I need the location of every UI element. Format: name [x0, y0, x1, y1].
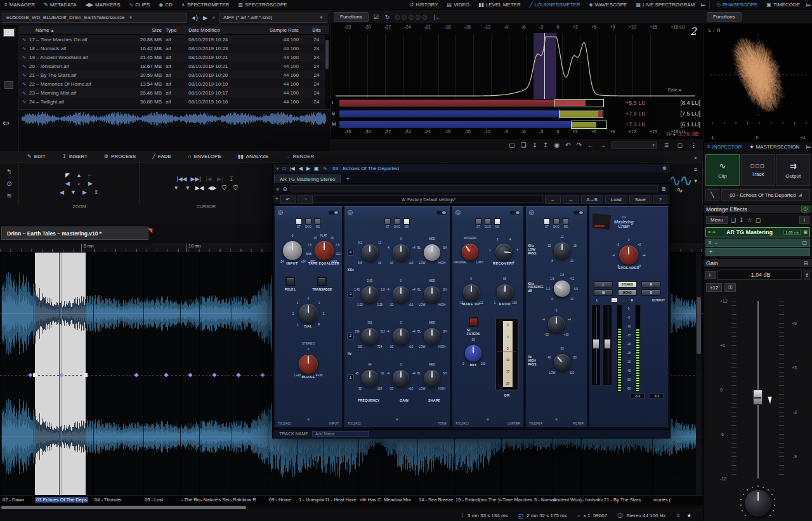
transport-icon[interactable]: →: [599, 142, 606, 148]
band-button[interactable]: 4: [347, 249, 354, 256]
col-name[interactable]: Name ▲: [19, 27, 126, 33]
status-item[interactable]: ◱2 mn 32 s 175 ms: [518, 511, 567, 520]
gain-knob-band-2[interactable]: -10-40+4+10: [386, 317, 416, 355]
menu-item-metadata[interactable]: ✎METADATA: [39, 0, 81, 10]
focus-icon[interactable]: ⊙: [6, 180, 11, 187]
st-duo-ms-switch[interactable]: STDUOMS: [277, 218, 340, 228]
filter-dropdown[interactable]: AIFF (*.aif *.aiff *.snd) ▼: [219, 13, 327, 23]
transport-icon[interactable]: ❏: [521, 142, 527, 148]
close-icon[interactable]: ×: [694, 155, 697, 161]
automation-bar[interactable]: [291, 185, 658, 192]
routing-icon[interactable]: ⫩: [275, 196, 278, 202]
switch-r[interactable]: R: [641, 281, 660, 287]
chevron-down-icon[interactable]: ▾: [694, 178, 697, 184]
menu-item-spectrometer[interactable]: ∧SPECTROMETER: [177, 0, 234, 10]
input-knob[interactable]: INPUT -240+24: [277, 231, 308, 272]
make-up-knob[interactable]: MAKE UP -120+12: [455, 274, 487, 313]
power-icon[interactable]: ⊙: [282, 186, 287, 192]
save-button[interactable]: Save: [629, 195, 652, 204]
menu-item-clips[interactable]: ∿CLIPS: [124, 0, 154, 10]
undo-button[interactable]: ↶: [280, 195, 296, 204]
clip-label[interactable]: Meadow Mor: [384, 497, 411, 503]
menu-item-wavescope[interactable]: ◈WAVESCOPE: [585, 0, 632, 10]
clip-label[interactable]: nth Has C: [360, 497, 381, 503]
file-row[interactable]: ∿ 22 – Memories Of Home.aif 13.54 MB aif…: [19, 79, 329, 88]
help-button[interactable]: ?: [653, 195, 667, 204]
pen-icon[interactable]: ╲: [705, 189, 719, 201]
menu-item-video[interactable]: ▤VIDEO: [443, 0, 474, 10]
search-icon[interactable]: ⌕: [211, 14, 217, 21]
menu-item-phasescope[interactable]: ◇PHASESCOPE: [712, 0, 762, 10]
preset-prev-button[interactable]: ←: [545, 195, 561, 204]
switch-stereo[interactable]: STEREO: [618, 281, 637, 287]
go-to-start-icon[interactable]: |←: [433, 14, 442, 20]
edit-tab-edit[interactable]: ✎EDIT: [19, 151, 54, 162]
path-dropdown[interactable]: es/500GB_WD_BLUE/Cliff_Drinn_EarthTales/…: [3, 13, 187, 23]
titlebar-button[interactable]: ∿: [323, 166, 327, 171]
pan-knob[interactable]: [745, 490, 771, 517]
waveform-overview-strip[interactable]: [19, 109, 330, 128]
menu-item-level-meter[interactable]: ▮▮LEVEL METER: [474, 0, 525, 10]
shape-knob-band-1[interactable]: LOWBLMEDSHHIGH: [417, 359, 447, 397]
titlebar-button[interactable]: ◀: [299, 166, 303, 171]
more-icon[interactable]: ⋮: [690, 142, 698, 148]
col-bits[interactable]: Bits: [304, 27, 329, 33]
col-type[interactable]: Type: [166, 27, 188, 33]
rail-widget-1[interactable]: [3, 29, 15, 37]
limiter-mode-knob[interactable]: ORIGINALMODERNLIMIT: [455, 231, 485, 273]
effects-tool-icon[interactable]: ❏: [731, 217, 736, 223]
st-duo-ms-switch[interactable]: STDUOMS: [346, 218, 448, 228]
gain-stepper[interactable]: ▲▼: [804, 270, 810, 280]
add-effect-button[interactable]: +: [705, 248, 810, 256]
st-duo-ms-switch[interactable]: STDUOMS: [528, 218, 585, 228]
titlebar-button[interactable]: ▣: [314, 166, 319, 171]
source-track-button[interactable]: ◻◻◻Track: [741, 154, 775, 186]
status-item[interactable]: ⌶3 mn 33 s 134 ms: [461, 511, 508, 520]
menu-item-live-spectrogram[interactable]: ▦LIVE SPECTROGRAM: [631, 0, 699, 10]
pole-l-button[interactable]: POLE L: [285, 277, 296, 291]
phase-knob[interactable]: PHASE L+900R+90: [288, 347, 329, 385]
clip-label[interactable]: 03 Echoes Of The Deps: [35, 497, 88, 503]
source-clip-button[interactable]: ∿Clip: [705, 154, 740, 186]
st-duo-ms-switch[interactable]: STDUOMS: [454, 218, 521, 228]
effects-menu-button[interactable]: Menu: [706, 216, 728, 224]
effects-tool-icon[interactable]: ▢: [756, 217, 761, 223]
status-item[interactable]: ⌕x 1: 59607: [577, 511, 607, 520]
montage-vertical-scrollbar[interactable]: [696, 253, 702, 495]
edit-tab-fade[interactable]: ╱FADE: [144, 151, 180, 162]
redo-button[interactable]: ↷: [298, 195, 313, 204]
gear-icon[interactable]: ⚙: [662, 166, 667, 171]
transport-icon[interactable]: ←: [587, 142, 594, 148]
freq-knob-band-4[interactable]: 5.88.11116: [355, 233, 385, 271]
file-row[interactable]: ∿ 20 – Ionisation.aif 18.67 MB aif 08/10…: [19, 62, 329, 70]
ab-compare-button[interactable]: A→B: [581, 195, 604, 204]
back-arrow-icon[interactable]: ⇦: [3, 118, 10, 128]
switch-l[interactable]: L: [594, 281, 613, 287]
edit-tab-analyze[interactable]: ▮▮ANALYZE: [230, 151, 277, 162]
clip-name-dropdown[interactable]: 03 - Echoes Of The Departed◢: [721, 189, 810, 201]
favorite-stars[interactable]: ☆ ★: [676, 513, 694, 518]
high-pass-knob[interactable]: LOW406380110: [543, 343, 581, 378]
clip-label[interactable]: Rainbow R: [233, 497, 256, 503]
file-row[interactable]: ∿ 21 – By The Stars.aif 30.59 MB aif 08/…: [19, 70, 329, 79]
load-button[interactable]: Load: [605, 195, 627, 204]
col-size[interactable]: Size: [126, 27, 166, 33]
module-power-icon[interactable]: ⏻: [529, 210, 534, 215]
titlebar-button[interactable]: □: [283, 166, 286, 171]
freq-knob-band-1[interactable]: 32456491128: [355, 359, 385, 397]
track-name-input[interactable]: Add Name: [312, 431, 369, 437]
file-row[interactable]: ∿ 24 – Twilight.aif 36.86 MB aif 08/10/2…: [19, 97, 329, 106]
zoom-right[interactable]: ▶: [87, 180, 95, 187]
titlebar-button[interactable]: ▶: [306, 166, 310, 171]
rail-widget-2[interactable]: [4, 81, 13, 89]
clip-label[interactable]: Time Marches: [502, 497, 532, 503]
tape-equalizer-knob[interactable]: TAPE EQUALIZER IECNAB7.515FLAT157.5IECNA…: [308, 231, 340, 272]
band-button[interactable]: 3: [347, 291, 354, 298]
presence-gain-knob[interactable]: -10-40+4+10: [537, 306, 576, 341]
spreader-knob[interactable]: SPREADER -5-4-20+2+4+5: [605, 234, 652, 279]
link-icon[interactable]: ⇔: [612, 298, 617, 302]
zoom-lens[interactable]: ⌕: [75, 180, 83, 187]
module-toggle[interactable]: [573, 211, 584, 214]
switch-s[interactable]: S: [641, 289, 660, 296]
menu-item-cd[interactable]: ◉CD: [154, 0, 177, 10]
